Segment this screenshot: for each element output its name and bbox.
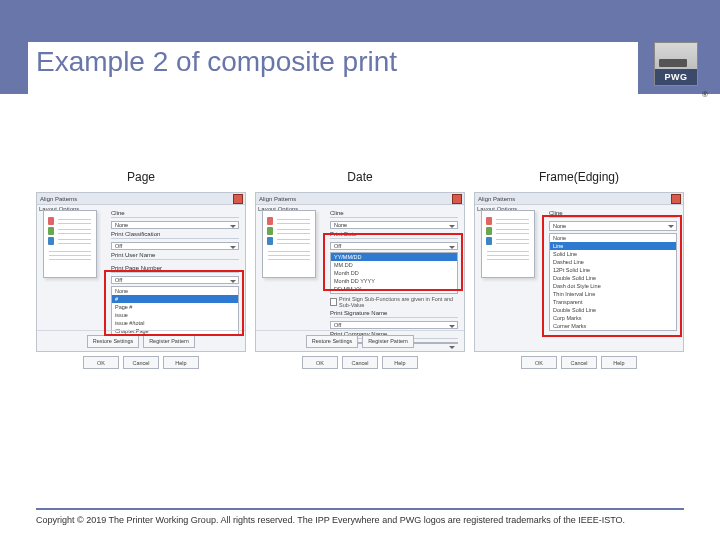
- logo-text: PWG: [655, 69, 697, 85]
- dialog-buttons: Restore Settings Register Pattern: [37, 330, 245, 351]
- preview-area: [37, 204, 109, 331]
- register-button[interactable]: Register Pattern: [362, 335, 414, 348]
- pwg-logo: PWG: [654, 42, 698, 86]
- list-item[interactable]: Transparent: [550, 298, 676, 306]
- content-row: Page Align Patterns Layout Options Cline: [36, 170, 684, 369]
- select-classification[interactable]: Off: [111, 242, 239, 250]
- help-button[interactable]: Help: [163, 356, 199, 369]
- slide-title: Example 2 of composite print: [36, 46, 397, 78]
- select-cline[interactable]: None: [111, 221, 239, 229]
- col-date: Date Align Patterns Layout Options Cline: [255, 170, 465, 369]
- close-icon[interactable]: [452, 194, 462, 204]
- list-item[interactable]: Month DD YYYY: [331, 277, 457, 285]
- register-button[interactable]: Register Pattern: [143, 335, 195, 348]
- close-icon[interactable]: [671, 194, 681, 204]
- col-label: Page: [127, 170, 155, 184]
- options-area: Cline None None Line Solid Line Dashed L…: [547, 204, 683, 331]
- slide: Example 2 of composite print PWG ® Page …: [0, 0, 720, 540]
- copyright-text: Copyright © 2019 The Printer Working Gro…: [36, 515, 625, 525]
- list-item[interactable]: Dash dot Style Line: [550, 282, 676, 290]
- list-item[interactable]: Corp Marks: [550, 314, 676, 322]
- group-label: Print Classification: [111, 231, 239, 239]
- list-item[interactable]: MM.DD: [331, 261, 457, 269]
- group-label: Cline: [549, 210, 677, 218]
- select-pagenum[interactable]: Off: [111, 276, 239, 284]
- page-thumbnail: [481, 210, 535, 278]
- help-button[interactable]: Help: [601, 356, 637, 369]
- list-item[interactable]: 12Pt Solid Line: [550, 266, 676, 274]
- dialog-date: Align Patterns Layout Options Cline None: [255, 192, 465, 352]
- restore-button[interactable]: Restore Settings: [306, 335, 358, 348]
- title-box: Example 2 of composite print: [28, 42, 638, 94]
- ok-button[interactable]: OK: [83, 356, 119, 369]
- group-label: Cline: [330, 210, 458, 218]
- list-item[interactable]: Thin Interval Line: [550, 290, 676, 298]
- cancel-button[interactable]: Cancel: [561, 356, 597, 369]
- list-item[interactable]: None: [112, 287, 238, 295]
- list-item[interactable]: Page #: [112, 303, 238, 311]
- options-area: Cline None Print Classification Off Prin…: [109, 204, 245, 331]
- preview-area: [475, 204, 547, 331]
- col-page: Page Align Patterns Layout Options Cline: [36, 170, 246, 369]
- select-cline[interactable]: None: [549, 221, 677, 231]
- list-item[interactable]: Corner Marks: [550, 322, 676, 330]
- dialog-body: Cline None Print Classification Off Prin…: [37, 204, 245, 331]
- group-label: Print Date: [330, 231, 458, 239]
- dialog-buttons: Restore Settings Register Pattern: [256, 330, 464, 351]
- checkbox-note[interactable]: Print Sign Sub-Functions are given in Fo…: [330, 296, 458, 308]
- pagenum-listbox[interactable]: None # Page # issue issue #/total Chapte…: [111, 286, 239, 336]
- ok-button[interactable]: OK: [302, 356, 338, 369]
- list-item[interactable]: issue #/total: [112, 319, 238, 327]
- frame-listbox[interactable]: None Line Solid Line Dashed Line 12Pt So…: [549, 233, 677, 331]
- list-item[interactable]: DD.MM.YY: [331, 285, 457, 293]
- ok-button[interactable]: OK: [521, 356, 557, 369]
- page-thumbnail: [262, 210, 316, 278]
- list-item[interactable]: Double Solid Line: [550, 274, 676, 282]
- dialog-body: Cline None None Line Solid Line Dashed L…: [475, 204, 683, 331]
- list-item[interactable]: Double Solid Line: [550, 306, 676, 314]
- printer-icon: [655, 43, 697, 69]
- list-item[interactable]: Line: [550, 242, 676, 250]
- list-item[interactable]: YY/MM/DD: [331, 253, 457, 261]
- group-label: Print User Name: [111, 252, 239, 260]
- cancel-button[interactable]: Cancel: [342, 356, 378, 369]
- dialog-page: Align Patterns Layout Options Cline None: [36, 192, 246, 352]
- preview-area: [256, 204, 328, 331]
- col-label: Date: [347, 170, 372, 184]
- dialog-body: Cline None Print Date Off YY/MM/DD MM.DD…: [256, 204, 464, 331]
- list-item[interactable]: Month DD: [331, 269, 457, 277]
- options-area: Cline None Print Date Off YY/MM/DD MM.DD…: [328, 204, 464, 331]
- footer: Copyright © 2019 The Printer Working Gro…: [36, 510, 684, 530]
- group-label: Cline: [111, 210, 239, 218]
- group-label: Print Page Number: [111, 265, 239, 273]
- list-item[interactable]: Solid Line: [550, 250, 676, 258]
- list-item[interactable]: None: [550, 234, 676, 242]
- select-date[interactable]: Off: [330, 242, 458, 250]
- page-thumbnail: [43, 210, 97, 278]
- cancel-button[interactable]: Cancel: [123, 356, 159, 369]
- group-label: Print Signature Name: [330, 310, 458, 318]
- list-item[interactable]: Dashed Line: [550, 258, 676, 266]
- col-frame: Frame(Edging) Align Patterns Layout Opti…: [474, 170, 684, 369]
- list-item[interactable]: #: [112, 295, 238, 303]
- dialog-frame: Align Patterns Layout Options Cline None: [474, 192, 684, 352]
- restore-button[interactable]: Restore Settings: [87, 335, 139, 348]
- list-item[interactable]: issue: [112, 311, 238, 319]
- registered-mark: ®: [702, 90, 708, 99]
- date-listbox[interactable]: YY/MM/DD MM.DD Month DD Month DD YYYY DD…: [330, 252, 458, 294]
- close-icon[interactable]: [233, 194, 243, 204]
- select-sig[interactable]: Off: [330, 321, 458, 329]
- col-label: Frame(Edging): [539, 170, 619, 184]
- select-cline[interactable]: None: [330, 221, 458, 229]
- help-button[interactable]: Help: [382, 356, 418, 369]
